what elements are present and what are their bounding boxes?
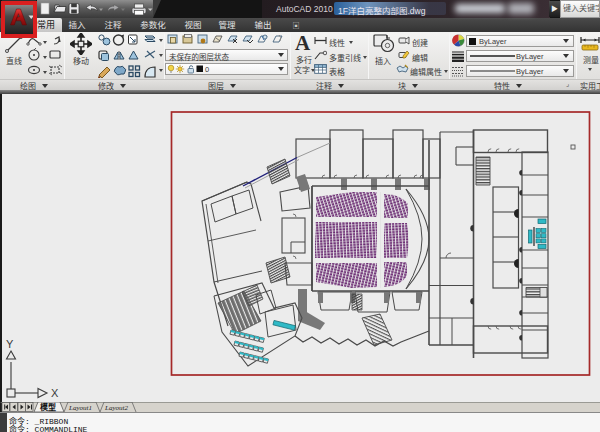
svg-text:X: X [51, 387, 59, 399]
svg-text:Layout2: Layout2 [104, 404, 128, 412]
svg-text:Y: Y [6, 340, 14, 350]
svg-text:模型: 模型 [40, 402, 56, 412]
svg-text:Layout1: Layout1 [68, 404, 92, 412]
